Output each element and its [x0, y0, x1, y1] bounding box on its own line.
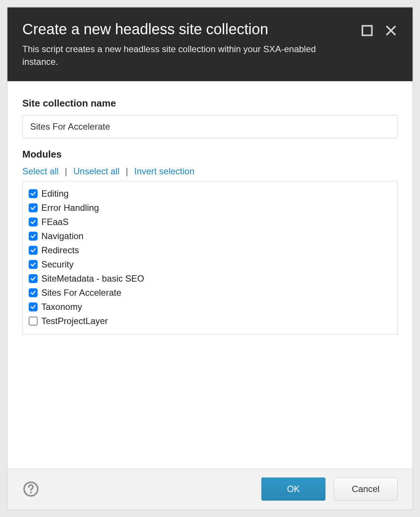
- module-item: Navigation: [29, 229, 391, 243]
- dialog-subtitle: This script creates a new headless site …: [22, 43, 353, 68]
- ok-button[interactable]: OK: [261, 478, 325, 501]
- module-label: FEaaS: [41, 217, 69, 227]
- svg-rect-0: [362, 26, 372, 35]
- unselect-all-link[interactable]: Unselect all: [73, 166, 120, 176]
- module-item: Taxonomy: [29, 300, 391, 314]
- module-checkbox[interactable]: [29, 274, 38, 283]
- module-item: Editing: [29, 187, 391, 201]
- module-label: TestProjectLayer: [41, 316, 108, 326]
- module-label: Editing: [41, 188, 69, 199]
- module-list: EditingError HandlingFEaaSNavigationRedi…: [22, 181, 398, 334]
- modules-label: Modules: [22, 149, 398, 160]
- module-label: Error Handling: [41, 203, 99, 213]
- module-label: Redirects: [41, 245, 79, 256]
- separator: |: [126, 166, 128, 176]
- invert-selection-link[interactable]: Invert selection: [134, 166, 194, 176]
- module-checkbox[interactable]: [29, 218, 38, 226]
- module-item: Security: [29, 257, 391, 272]
- dialog-body: Site collection name Modules Select all …: [7, 81, 413, 468]
- dialog-footer: OK Cancel: [7, 468, 413, 510]
- module-item: FEaaS: [29, 215, 391, 229]
- module-label: Sites For Accelerate: [41, 288, 121, 298]
- module-checkbox[interactable]: [29, 246, 38, 255]
- select-all-link[interactable]: Select all: [22, 166, 58, 176]
- maximize-icon[interactable]: [360, 24, 374, 37]
- module-item: TestProjectLayer: [29, 314, 391, 328]
- module-item: Sites For Accelerate: [29, 286, 391, 300]
- dialog-header-text: Create a new headless site collection Th…: [22, 21, 353, 68]
- svg-point-4: [30, 492, 32, 494]
- module-actions: Select all | Unselect all | Invert selec…: [22, 166, 398, 177]
- site-collection-name-label: Site collection name: [22, 98, 398, 109]
- separator: |: [65, 166, 67, 176]
- site-collection-name-input[interactable]: [22, 115, 398, 138]
- module-item: Redirects: [29, 243, 391, 257]
- module-checkbox[interactable]: [29, 302, 38, 311]
- dialog-header-icons: [360, 24, 398, 37]
- help-icon[interactable]: [22, 480, 39, 498]
- module-checkbox[interactable]: [29, 203, 38, 212]
- cancel-button[interactable]: Cancel: [334, 478, 398, 501]
- module-label: SiteMetadata - basic SEO: [41, 273, 144, 284]
- module-label: Security: [41, 259, 74, 270]
- close-icon[interactable]: [384, 24, 398, 37]
- module-checkbox[interactable]: [29, 317, 38, 326]
- module-label: Taxonomy: [41, 302, 82, 312]
- module-checkbox[interactable]: [29, 189, 38, 198]
- module-item: Error Handling: [29, 201, 391, 215]
- module-checkbox[interactable]: [29, 260, 38, 269]
- module-item: SiteMetadata - basic SEO: [29, 272, 391, 286]
- module-label: Navigation: [41, 231, 83, 241]
- module-checkbox[interactable]: [29, 288, 38, 297]
- dialog-title: Create a new headless site collection: [22, 21, 353, 38]
- dialog-header: Create a new headless site collection Th…: [7, 7, 413, 81]
- dialog: Create a new headless site collection Th…: [7, 7, 413, 510]
- module-checkbox[interactable]: [29, 232, 38, 241]
